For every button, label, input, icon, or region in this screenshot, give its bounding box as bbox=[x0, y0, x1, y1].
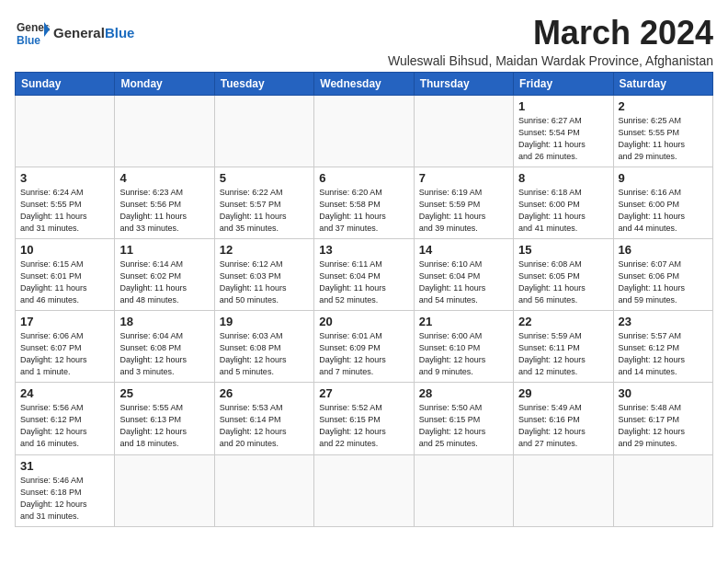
day-info: Sunrise: 6:01 AM Sunset: 6:09 PM Dayligh… bbox=[319, 330, 408, 378]
day-info: Sunrise: 6:12 AM Sunset: 6:03 PM Dayligh… bbox=[220, 259, 309, 306]
day-number: 7 bbox=[419, 171, 508, 185]
month-title: March 2024 bbox=[388, 15, 713, 52]
calendar-cell: 4Sunrise: 6:23 AM Sunset: 5:56 PM Daylig… bbox=[115, 167, 214, 238]
calendar-cell: 10Sunrise: 6:15 AM Sunset: 6:01 PM Dayli… bbox=[16, 238, 115, 310]
calendar-cell: 31Sunrise: 5:46 AM Sunset: 6:18 PM Dayli… bbox=[16, 454, 115, 526]
calendar-cell bbox=[613, 454, 712, 526]
calendar-cell: 28Sunrise: 5:50 AM Sunset: 6:15 PM Dayli… bbox=[414, 383, 513, 454]
calendar-table: SundayMondayTuesdayWednesdayThursdayFrid… bbox=[15, 72, 713, 527]
calendar-cell: 3Sunrise: 6:24 AM Sunset: 5:55 PM Daylig… bbox=[16, 167, 115, 238]
day-number: 15 bbox=[518, 243, 608, 257]
day-info: Sunrise: 5:48 AM Sunset: 6:17 PM Dayligh… bbox=[619, 402, 708, 450]
day-info: Sunrise: 5:49 AM Sunset: 6:16 PM Dayligh… bbox=[518, 402, 608, 450]
day-number: 5 bbox=[220, 171, 309, 185]
day-number: 24 bbox=[20, 386, 109, 400]
calendar-cell: 5Sunrise: 6:22 AM Sunset: 5:57 PM Daylig… bbox=[214, 167, 313, 238]
day-number: 3 bbox=[20, 171, 109, 185]
logo: General Blue GeneralBlue bbox=[15, 15, 134, 50]
day-info: Sunrise: 6:15 AM Sunset: 6:01 PM Dayligh… bbox=[20, 259, 109, 306]
weekday-header-sunday: Sunday bbox=[16, 72, 115, 95]
calendar-cell: 16Sunrise: 6:07 AM Sunset: 6:06 PM Dayli… bbox=[613, 238, 712, 310]
calendar-cell: 19Sunrise: 6:03 AM Sunset: 6:08 PM Dayli… bbox=[214, 311, 313, 383]
day-number: 27 bbox=[319, 386, 408, 400]
day-number: 10 bbox=[20, 243, 109, 257]
day-info: Sunrise: 6:14 AM Sunset: 6:02 PM Dayligh… bbox=[119, 259, 209, 306]
day-info: Sunrise: 6:08 AM Sunset: 6:05 PM Dayligh… bbox=[518, 259, 608, 306]
day-info: Sunrise: 6:18 AM Sunset: 6:00 PM Dayligh… bbox=[518, 187, 608, 235]
calendar-week-3: 10Sunrise: 6:15 AM Sunset: 6:01 PM Dayli… bbox=[16, 238, 713, 310]
calendar-cell: 14Sunrise: 6:10 AM Sunset: 6:04 PM Dayli… bbox=[414, 238, 513, 310]
day-info: Sunrise: 6:19 AM Sunset: 5:59 PM Dayligh… bbox=[419, 187, 508, 235]
day-info: Sunrise: 6:07 AM Sunset: 6:06 PM Dayligh… bbox=[619, 259, 708, 306]
day-info: Sunrise: 5:50 AM Sunset: 6:15 PM Dayligh… bbox=[419, 402, 508, 450]
calendar-cell bbox=[115, 454, 214, 526]
location-title: Wuleswali Bihsud, Maidan Wardak Province… bbox=[388, 53, 713, 68]
calendar-cell: 8Sunrise: 6:18 AM Sunset: 6:00 PM Daylig… bbox=[514, 167, 613, 238]
calendar-cell: 9Sunrise: 6:16 AM Sunset: 6:00 PM Daylig… bbox=[613, 167, 712, 238]
day-number: 8 bbox=[518, 171, 608, 185]
calendar-cell: 26Sunrise: 5:53 AM Sunset: 6:14 PM Dayli… bbox=[214, 383, 313, 454]
day-info: Sunrise: 5:53 AM Sunset: 6:14 PM Dayligh… bbox=[220, 402, 309, 450]
day-info: Sunrise: 5:59 AM Sunset: 6:11 PM Dayligh… bbox=[518, 330, 608, 378]
day-number: 18 bbox=[119, 315, 209, 328]
day-info: Sunrise: 6:22 AM Sunset: 5:57 PM Dayligh… bbox=[220, 187, 309, 235]
day-info: Sunrise: 6:23 AM Sunset: 5:56 PM Dayligh… bbox=[119, 187, 209, 235]
day-number: 31 bbox=[20, 459, 109, 473]
calendar-cell bbox=[214, 454, 313, 526]
day-number: 28 bbox=[419, 386, 508, 400]
day-number: 16 bbox=[619, 243, 708, 257]
calendar-cell: 17Sunrise: 6:06 AM Sunset: 6:07 PM Dayli… bbox=[16, 311, 115, 383]
day-info: Sunrise: 5:55 AM Sunset: 6:13 PM Dayligh… bbox=[119, 402, 209, 450]
calendar-week-6: 31Sunrise: 5:46 AM Sunset: 6:18 PM Dayli… bbox=[16, 454, 713, 526]
day-number: 11 bbox=[119, 243, 209, 257]
calendar-cell: 13Sunrise: 6:11 AM Sunset: 6:04 PM Dayli… bbox=[314, 238, 414, 310]
day-number: 29 bbox=[518, 386, 608, 400]
title-area: March 2024 Wuleswali Bihsud, Maidan Ward… bbox=[388, 15, 713, 68]
day-info: Sunrise: 6:25 AM Sunset: 5:55 PM Dayligh… bbox=[619, 115, 708, 163]
weekday-header-monday: Monday bbox=[115, 72, 214, 95]
day-number: 19 bbox=[220, 315, 309, 328]
calendar-week-5: 24Sunrise: 5:56 AM Sunset: 6:12 PM Dayli… bbox=[16, 383, 713, 454]
calendar-cell: 20Sunrise: 6:01 AM Sunset: 6:09 PM Dayli… bbox=[314, 311, 414, 383]
day-number: 14 bbox=[419, 243, 508, 257]
weekday-header-saturday: Saturday bbox=[613, 72, 712, 95]
calendar-cell bbox=[16, 95, 115, 167]
calendar-cell: 24Sunrise: 5:56 AM Sunset: 6:12 PM Dayli… bbox=[16, 383, 115, 454]
day-info: Sunrise: 6:27 AM Sunset: 5:54 PM Dayligh… bbox=[518, 115, 608, 163]
day-info: Sunrise: 5:56 AM Sunset: 6:12 PM Dayligh… bbox=[20, 402, 109, 450]
day-number: 13 bbox=[319, 243, 408, 257]
day-info: Sunrise: 5:46 AM Sunset: 6:18 PM Dayligh… bbox=[20, 475, 109, 523]
day-number: 2 bbox=[619, 99, 708, 113]
day-info: Sunrise: 6:00 AM Sunset: 6:10 PM Dayligh… bbox=[419, 330, 508, 378]
day-number: 9 bbox=[619, 171, 708, 185]
day-number: 17 bbox=[20, 315, 109, 328]
calendar-cell: 29Sunrise: 5:49 AM Sunset: 6:16 PM Dayli… bbox=[514, 383, 613, 454]
day-number: 25 bbox=[119, 386, 209, 400]
calendar-cell: 11Sunrise: 6:14 AM Sunset: 6:02 PM Dayli… bbox=[115, 238, 214, 310]
calendar-cell: 2Sunrise: 6:25 AM Sunset: 5:55 PM Daylig… bbox=[613, 95, 712, 167]
calendar-cell bbox=[314, 95, 414, 167]
day-number: 6 bbox=[319, 171, 408, 185]
calendar-cell: 1Sunrise: 6:27 AM Sunset: 5:54 PM Daylig… bbox=[514, 95, 613, 167]
weekday-header-friday: Friday bbox=[514, 72, 613, 95]
calendar-cell: 23Sunrise: 5:57 AM Sunset: 6:12 PM Dayli… bbox=[613, 311, 712, 383]
day-info: Sunrise: 5:52 AM Sunset: 6:15 PM Dayligh… bbox=[319, 402, 408, 450]
svg-text:Blue: Blue bbox=[17, 34, 40, 47]
calendar-cell: 15Sunrise: 6:08 AM Sunset: 6:05 PM Dayli… bbox=[514, 238, 613, 310]
day-number: 21 bbox=[419, 315, 508, 328]
weekday-header-thursday: Thursday bbox=[414, 72, 513, 95]
day-number: 22 bbox=[518, 315, 608, 328]
calendar-cell bbox=[314, 454, 414, 526]
calendar-cell: 6Sunrise: 6:20 AM Sunset: 5:58 PM Daylig… bbox=[314, 167, 414, 238]
calendar-cell bbox=[414, 454, 513, 526]
calendar-cell: 18Sunrise: 6:04 AM Sunset: 6:08 PM Dayli… bbox=[115, 311, 214, 383]
day-number: 20 bbox=[319, 315, 408, 328]
day-number: 30 bbox=[619, 386, 708, 400]
day-info: Sunrise: 6:20 AM Sunset: 5:58 PM Dayligh… bbox=[319, 187, 408, 235]
day-info: Sunrise: 5:57 AM Sunset: 6:12 PM Dayligh… bbox=[619, 330, 708, 378]
day-info: Sunrise: 6:03 AM Sunset: 6:08 PM Dayligh… bbox=[220, 330, 309, 378]
calendar-week-4: 17Sunrise: 6:06 AM Sunset: 6:07 PM Dayli… bbox=[16, 311, 713, 383]
day-info: Sunrise: 6:16 AM Sunset: 6:00 PM Dayligh… bbox=[619, 187, 708, 235]
day-info: Sunrise: 6:06 AM Sunset: 6:07 PM Dayligh… bbox=[20, 330, 109, 378]
calendar-cell: 12Sunrise: 6:12 AM Sunset: 6:03 PM Dayli… bbox=[214, 238, 313, 310]
